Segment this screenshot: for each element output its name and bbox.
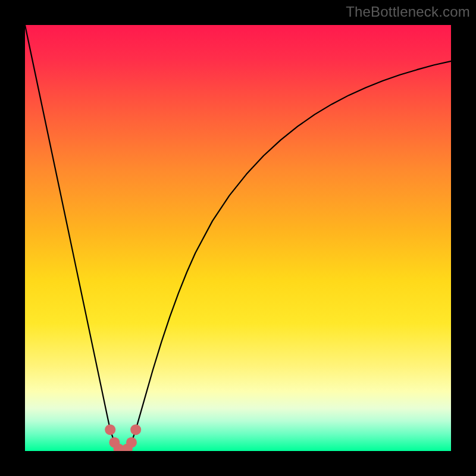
- curve-layer: [25, 25, 451, 451]
- minimum-marker: [130, 424, 141, 435]
- watermark-text: TheBottleneck.com: [346, 4, 470, 20]
- chart-frame: TheBottleneck.com: [0, 0, 476, 476]
- minimum-marker: [126, 437, 137, 448]
- minimum-marker: [105, 424, 115, 435]
- plot-area: [25, 25, 451, 451]
- bottleneck-curve: [25, 25, 451, 451]
- minimum-markers: [105, 424, 141, 451]
